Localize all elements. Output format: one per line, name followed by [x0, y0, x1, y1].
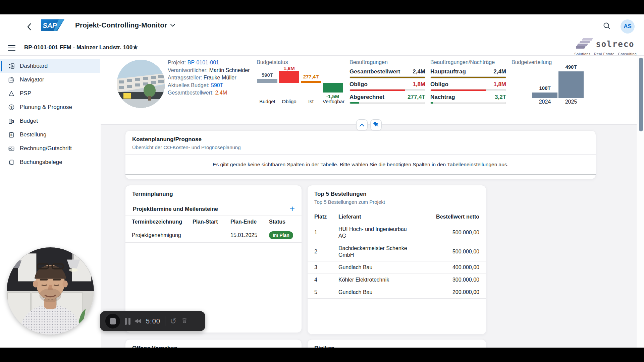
dashboard-icon: [8, 63, 15, 69]
project-field: Verantwortlicher: Martin Schneider: [168, 67, 250, 74]
search-icon: [603, 22, 611, 31]
sidebar-item-navigator[interactable]: Navigator: [0, 73, 100, 86]
pin-header-button[interactable]: [370, 119, 382, 130]
card-title: Kostenplanung/Prognose: [132, 136, 589, 143]
project-photo: [117, 60, 165, 108]
project-field: Aktuelles Budget: 590T: [168, 82, 250, 89]
table-row[interactable]: Projektgenehmigung 15.01.2025 Im Plan: [125, 228, 302, 243]
table-header-row: Platz Lieferant Bestellwert netto: [308, 211, 486, 223]
table-header-row: Terminbezeichnung Plan-Start Plan-Ende S…: [125, 216, 302, 228]
budgetstatus-chart: Budgetstatus 590T 1,8M 277,4T -1,5M Budg…: [257, 59, 347, 105]
psp-triangle-icon: [8, 90, 15, 97]
screen: SAP Projekt-Controlling-Monitor AS BP-01…: [0, 0, 644, 362]
chevron-down-icon: [170, 22, 175, 28]
scrollbar-track: [637, 56, 644, 348]
progress-bar: [350, 102, 425, 104]
bar: [323, 83, 343, 93]
sap-logo: SAP: [41, 19, 64, 33]
chart-title: Budgetstatus: [257, 59, 347, 66]
sidebar-item-label: Buchungsbelege: [20, 159, 62, 166]
brand-name: solreco: [596, 40, 634, 49]
bar: [279, 71, 299, 83]
card-title: Top 5 Bestellungen: [314, 191, 479, 197]
progress-bar: [350, 76, 425, 78]
kpi-row: Gesamtbestellwert2,4M: [350, 68, 425, 78]
bar-value-label: 1,8M: [279, 65, 299, 71]
project-id-link[interactable]: BP-0101-001: [187, 60, 219, 65]
budget-value-link[interactable]: 590T: [211, 82, 223, 88]
avatar[interactable]: AS: [621, 19, 635, 34]
sidebar-item-rechnung-gutschrift[interactable]: Rechnung/Gutschrift: [0, 142, 100, 155]
kpi-row: Obligo1,8M: [430, 81, 506, 91]
progress-bar: [430, 76, 506, 78]
project-field: Antragssteller: Frauke Müller: [168, 74, 250, 82]
progress-bar: [430, 89, 506, 91]
add-milestone-button[interactable]: +: [289, 205, 295, 212]
svg-text:$: $: [10, 133, 12, 137]
progress-bar: [430, 102, 506, 104]
bar: [532, 93, 557, 98]
bar-category-label: 2024: [532, 99, 557, 105]
kpi-row: Nachtrag3,2T: [430, 94, 506, 104]
status-badge: Im Plan: [269, 231, 293, 239]
group-title: Beauftragungen/Nachträge: [430, 59, 506, 66]
search-button[interactable]: [602, 21, 612, 32]
navigator-icon: [8, 76, 15, 83]
svg-text:$: $: [10, 106, 12, 109]
table-row[interactable]: 3 Gundlach Bau 400.000,00: [308, 261, 486, 274]
svg-text:$: $: [12, 119, 14, 123]
sidebar-item-label: PSP: [20, 90, 31, 97]
sidebar-item-dashboard[interactable]: Dashboard: [0, 59, 100, 73]
table-row[interactable]: 1 HUI Hoch- und Ingenieurbau AG 500.000,…: [308, 223, 486, 242]
divider: [165, 316, 165, 326]
project-kpi-header: Projekt: BP-0101-001 Verantwortlicher: M…: [101, 56, 644, 125]
top5-bestellungen-card: Top 5 Bestellungen Top 5 Bestellungen zu…: [307, 185, 486, 335]
sidebar-item-label: Dashboard: [20, 63, 48, 69]
webcam-overlay[interactable]: [7, 247, 94, 335]
bar-category-label: Budget: [257, 99, 277, 104]
sidebar-item-planung-prognose[interactable]: $ Planung & Prognose: [0, 101, 100, 114]
sidebar-item-label: Budget: [20, 118, 38, 124]
brand-tagline: Solutions . Real Estate . Consulting: [574, 52, 637, 56]
progress-bar: [350, 89, 425, 91]
sidebar-item-label: Navigator: [20, 76, 44, 83]
sidebar-item-bestellung[interactable]: $ Bestellung: [0, 128, 100, 141]
menu-button[interactable]: [8, 45, 15, 51]
delete-button[interactable]: [181, 317, 188, 325]
letterbox-bottom: [0, 348, 644, 362]
bar-category-label: 2025: [558, 99, 584, 105]
scrollbar-thumb[interactable]: [639, 58, 643, 131]
recording-timer: 5:00: [146, 317, 160, 325]
table-row[interactable]: 2 Dachdeckermeister Schenke GmbH 500.000…: [308, 242, 486, 261]
table-row[interactable]: 4 Köhler Elektrotechnik 300.000,00: [308, 274, 486, 286]
sidebar-item-budget[interactable]: $ Budget: [0, 114, 100, 128]
bar-value-label: 100T: [532, 85, 557, 91]
object-header: BP-0101-001 FFM - Mainzer Landstr. 100 ★…: [0, 41, 644, 56]
stop-button[interactable]: [105, 314, 120, 328]
letterbox-top: [0, 0, 644, 14]
bar-category-label: Obligo: [279, 99, 299, 104]
rewind-button[interactable]: [135, 319, 141, 323]
collapse-header-button[interactable]: [356, 119, 368, 130]
restart-button[interactable]: ↺: [170, 318, 176, 324]
beauftragungen-kpis: Beauftragungen Gesamtbestellwert2,4M Obl…: [350, 59, 425, 104]
nachtraege-kpis: Beauftragungen/Nachträge Hauptauftrag2,4…: [430, 59, 506, 104]
bar-value-label: 490T: [558, 64, 584, 70]
back-button[interactable]: [23, 22, 35, 33]
bar-value-label: 590T: [257, 72, 277, 78]
bar-category-label: Verfügbar: [323, 99, 343, 104]
kpi-row: Abgerechnet277,4T: [350, 94, 425, 104]
svg-text:SAP: SAP: [43, 21, 57, 29]
table-row[interactable]: 5 Gundlach Bau 200.000,00: [308, 286, 486, 299]
sidebar-item-buchungsbelege[interactable]: Buchungsbelege: [0, 156, 100, 169]
favorite-star-icon[interactable]: ★: [132, 43, 139, 51]
pause-button[interactable]: [125, 318, 130, 325]
bar: [558, 71, 584, 98]
group-title: Beauftragungen: [350, 59, 425, 66]
avatar-initials: AS: [624, 23, 632, 30]
brand-layers-icon: [576, 37, 594, 52]
sidebar-item-psp[interactable]: PSP: [0, 87, 100, 100]
kostenplanung-card: Kostenplanung/Prognose Übersicht der CO-…: [125, 130, 596, 179]
bar-category-label: Ist: [301, 99, 321, 104]
app-title-menu[interactable]: Projekt-Controlling-Monitor: [75, 21, 175, 29]
